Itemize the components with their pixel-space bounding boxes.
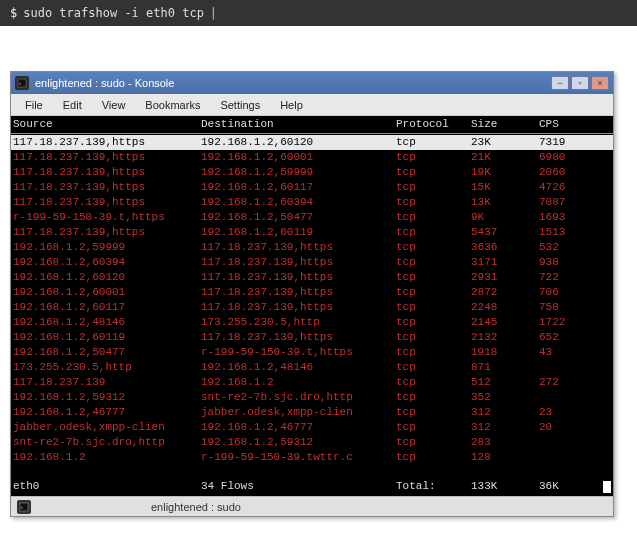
cell-size: 2872 xyxy=(471,285,539,300)
cell-proto: tcp xyxy=(396,375,471,390)
titlebar[interactable]: › enlightened : sudo - Konsole – ▫ × xyxy=(11,72,613,94)
table-row[interactable]: 117.18.237.139,https192.168.1.2,60119tcp… xyxy=(11,225,613,240)
cell-proto: tcp xyxy=(396,225,471,240)
table-row[interactable]: 117.18.237.139,https192.168.1.2,60120tcp… xyxy=(11,135,613,150)
table-row[interactable]: 173.255.230.5,http192.168.1.2,48146tcp87… xyxy=(11,360,613,375)
cell-cps: 2060 xyxy=(539,165,599,180)
menu-view[interactable]: View xyxy=(92,97,136,113)
table-row[interactable]: jabber.odesk,xmpp-clien192.168.1.2,46777… xyxy=(11,420,613,435)
menu-file[interactable]: File xyxy=(15,97,53,113)
close-button[interactable]: × xyxy=(591,76,609,90)
table-row[interactable]: 192.168.1.2,59999117.18.237.139,httpstcp… xyxy=(11,240,613,255)
tab-icon[interactable]: › xyxy=(17,500,31,514)
footer-total-label: Total: xyxy=(396,479,471,494)
cursor-block xyxy=(603,481,611,493)
cell-cps: 7087 xyxy=(539,195,599,210)
cell-proto: tcp xyxy=(396,360,471,375)
table-row[interactable]: 192.168.1.2,48146173.255.230.5,httptcp21… xyxy=(11,315,613,330)
cell-dst: 117.18.237.139,https xyxy=(201,270,396,285)
cell-dst: 192.168.1.2,46777 xyxy=(201,420,396,435)
command-text: sudo trafshow -i eth0 tcp xyxy=(23,6,204,20)
table-row[interactable]: 192.168.1.2,60394117.18.237.139,httpstcp… xyxy=(11,255,613,270)
cell-src: 192.168.1.2,59312 xyxy=(11,390,201,405)
table-row[interactable]: 192.168.1.2r-199-59-150-39.twttr.ctcp128 xyxy=(11,450,613,465)
cell-cps xyxy=(539,450,599,465)
cell-proto: tcp xyxy=(396,270,471,285)
menubar: File Edit View Bookmarks Settings Help xyxy=(11,94,613,116)
cell-dst: 117.18.237.139,https xyxy=(201,300,396,315)
table-row[interactable]: 192.168.1.2,60001117.18.237.139,httpstcp… xyxy=(11,285,613,300)
table-row[interactable]: 117.18.237.139,https192.168.1.2,59999tcp… xyxy=(11,165,613,180)
cell-dst: 192.168.1.2,60120 xyxy=(201,135,396,150)
cell-size: 9K xyxy=(471,210,539,225)
minimize-button[interactable]: – xyxy=(551,76,569,90)
cell-cps: 7319 xyxy=(539,135,599,150)
menu-edit[interactable]: Edit xyxy=(53,97,92,113)
table-row[interactable]: 192.168.1.2,50477r-199-59-150-39.t,https… xyxy=(11,345,613,360)
cell-cps xyxy=(539,360,599,375)
table-row[interactable]: 117.18.237.139,https192.168.1.2,60001tcp… xyxy=(11,150,613,165)
footer-cps: 36K xyxy=(539,479,599,494)
table-row[interactable]: 192.168.1.2,60119117.18.237.139,httpstcp… xyxy=(11,330,613,345)
header-cps: CPS xyxy=(539,117,599,132)
cell-proto: tcp xyxy=(396,165,471,180)
cell-proto: tcp xyxy=(396,180,471,195)
table-row[interactable]: 192.168.1.2,59312snt-re2-7b.sjc.dro,http… xyxy=(11,390,613,405)
cell-cps: 6980 xyxy=(539,150,599,165)
cell-dst: 192.168.1.2,59999 xyxy=(201,165,396,180)
command-bar: $ sudo trafshow -i eth0 tcp | xyxy=(0,0,637,26)
footer-interface: eth0 xyxy=(11,479,201,494)
cell-proto: tcp xyxy=(396,420,471,435)
table-row[interactable]: r-199-59-150-39.t,https192.168.1.2,50477… xyxy=(11,210,613,225)
menu-settings[interactable]: Settings xyxy=(210,97,270,113)
cell-src: 173.255.230.5,http xyxy=(11,360,201,375)
table-row[interactable]: 117.18.237.139,https192.168.1.2,60394tcp… xyxy=(11,195,613,210)
cell-src: 192.168.1.2,60117 xyxy=(11,300,201,315)
cell-src: 192.168.1.2 xyxy=(11,450,201,465)
cell-size: 2931 xyxy=(471,270,539,285)
konsole-window: › enlightened : sudo - Konsole – ▫ × Fil… xyxy=(10,71,614,517)
cell-src: 192.168.1.2,46777 xyxy=(11,405,201,420)
cell-size: 2145 xyxy=(471,315,539,330)
cell-src: 117.18.237.139 xyxy=(11,375,201,390)
cell-size: 13K xyxy=(471,195,539,210)
cell-dst: snt-re2-7b.sjc.dro,http xyxy=(201,390,396,405)
prompt: $ xyxy=(10,6,17,20)
menu-bookmarks[interactable]: Bookmarks xyxy=(135,97,210,113)
table-header: Source Destination Protocol Size CPS xyxy=(11,116,613,132)
cell-proto: tcp xyxy=(396,345,471,360)
cell-size: 3636 xyxy=(471,240,539,255)
table-row[interactable]: 192.168.1.2,46777jabber.odesk,xmpp-clien… xyxy=(11,405,613,420)
cell-proto: tcp xyxy=(396,300,471,315)
statusbar: › enlightened : sudo xyxy=(11,496,613,516)
cell-proto: tcp xyxy=(396,330,471,345)
table-row[interactable]: snt-re2-7b.sjc.dro,http192.168.1.2,59312… xyxy=(11,435,613,450)
cell-size: 352 xyxy=(471,390,539,405)
footer-size: 133K xyxy=(471,479,539,494)
table-row[interactable]: 117.18.237.139,https192.168.1.2,60117tcp… xyxy=(11,180,613,195)
cell-dst: 192.168.1.2,59312 xyxy=(201,435,396,450)
table-row[interactable]: 192.168.1.2,60120117.18.237.139,httpstcp… xyxy=(11,270,613,285)
cell-dst: 173.255.230.5,http xyxy=(201,315,396,330)
cell-proto: tcp xyxy=(396,210,471,225)
cell-dst: 117.18.237.139,https xyxy=(201,330,396,345)
cell-src: 192.168.1.2,59999 xyxy=(11,240,201,255)
cell-size: 3171 xyxy=(471,255,539,270)
cell-dst: 117.18.237.139,https xyxy=(201,255,396,270)
cell-cps: 722 xyxy=(539,270,599,285)
cell-cps xyxy=(539,435,599,450)
cell-dst: r-199-59-150-39.twttr.c xyxy=(201,450,396,465)
cell-proto: tcp xyxy=(396,435,471,450)
menu-help[interactable]: Help xyxy=(270,97,313,113)
maximize-button[interactable]: ▫ xyxy=(571,76,589,90)
table-row[interactable]: 117.18.237.139192.168.1.2tcp512272 xyxy=(11,375,613,390)
cell-proto: tcp xyxy=(396,450,471,465)
cell-size: 23K xyxy=(471,135,539,150)
table-row[interactable]: 192.168.1.2,60117117.18.237.139,httpstcp… xyxy=(11,300,613,315)
cell-dst: jabber.odesk,xmpp-clien xyxy=(201,405,396,420)
cell-cps: 43 xyxy=(539,345,599,360)
cell-size: 2248 xyxy=(471,300,539,315)
terminal[interactable]: Source Destination Protocol Size CPS 117… xyxy=(11,116,613,496)
header-source: Source xyxy=(11,117,201,132)
cell-dst: 192.168.1.2,60119 xyxy=(201,225,396,240)
